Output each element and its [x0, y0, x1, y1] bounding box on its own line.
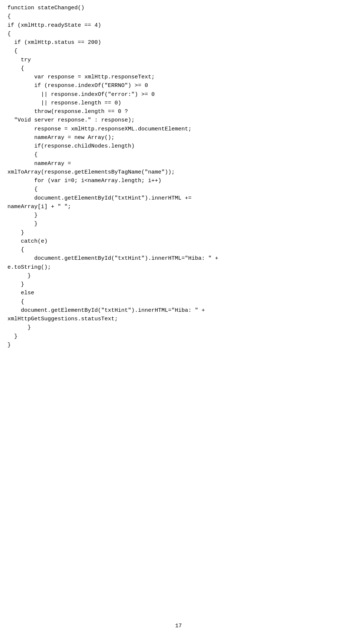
code-block: function stateChanged() { if (xmlHttp.re… [0, 0, 357, 353]
page-number: 17 [175, 623, 182, 629]
